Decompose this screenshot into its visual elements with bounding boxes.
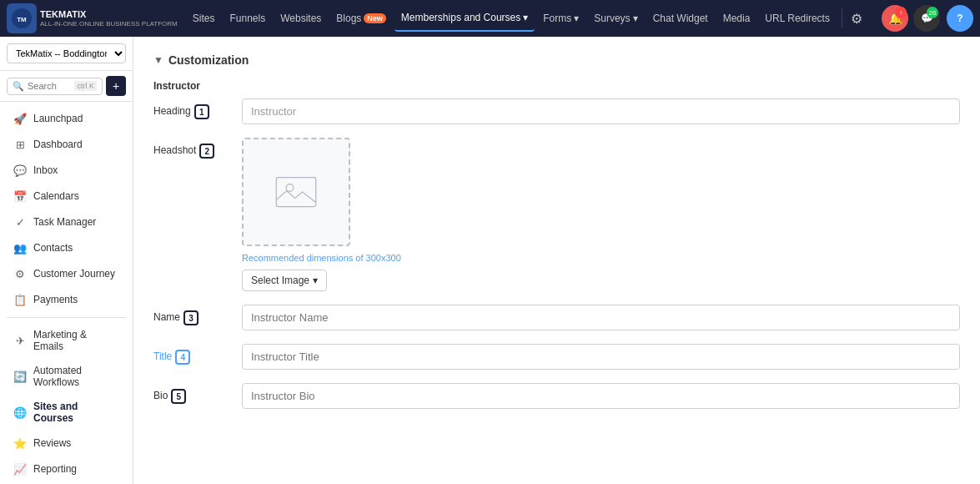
svg-rect-2 bbox=[276, 178, 316, 207]
title-field-row: Title 4 bbox=[153, 344, 960, 370]
sidebar-item-sites-courses[interactable]: 🌐 Sites and Courses bbox=[3, 395, 129, 430]
sidebar: TekMatix -- Boddington.... 🔍 ctrl K + 🚀 … bbox=[0, 37, 133, 484]
nav-media[interactable]: Media bbox=[716, 5, 757, 32]
add-button[interactable]: + bbox=[106, 76, 126, 96]
logo-icon: TM bbox=[7, 3, 37, 33]
nav-funnels[interactable]: Funnels bbox=[223, 5, 272, 32]
heading-field-row: Heading 1 bbox=[153, 98, 960, 124]
notification-bell[interactable]: 🔔 ! bbox=[882, 5, 908, 32]
sidebar-item-reviews[interactable]: ⭐ Reviews bbox=[3, 431, 129, 456]
launchpad-icon: 🚀 bbox=[13, 112, 27, 125]
sidebar-item-label: Calendars bbox=[33, 190, 79, 202]
sidebar-nav: 🚀 Launchpad ⊞ Dashboard 💬 Inbox 📅 Calend… bbox=[0, 102, 133, 484]
step-5-badge: 5 bbox=[171, 389, 186, 404]
section-chevron-icon: ▼ bbox=[153, 54, 163, 66]
user-avatar[interactable]: ? bbox=[947, 5, 973, 32]
logo-text: TEKMATIX bbox=[40, 9, 178, 20]
select-image-button[interactable]: Select Image ▾ bbox=[242, 270, 327, 291]
logo-sub: ALL-IN-ONE ONLINE BUSINESS PLATFORM bbox=[40, 20, 178, 28]
calendars-icon: 📅 bbox=[13, 189, 27, 203]
chat-notification[interactable]: 💬 26 bbox=[913, 5, 940, 32]
sidebar-item-label: Reporting bbox=[33, 463, 77, 475]
sidebar-item-workflows[interactable]: 🔄 Automated Workflows bbox=[3, 359, 129, 394]
image-placeholder[interactable] bbox=[242, 138, 350, 246]
sidebar-item-label: Dashboard bbox=[33, 139, 83, 150]
nav-surveys[interactable]: Surveys ▾ bbox=[587, 5, 644, 32]
account-select[interactable]: TekMatix -- Boddington.... bbox=[7, 43, 126, 63]
journey-icon: ⚙ bbox=[13, 267, 27, 280]
nav-divider bbox=[842, 8, 842, 28]
sidebar-item-dashboard[interactable]: ⊞ Dashboard bbox=[3, 132, 129, 157]
workflows-icon: 🔄 bbox=[13, 370, 27, 383]
headshot-field-row: Headshot 2 Recommended dimensions of 300… bbox=[153, 138, 960, 291]
search-input-wrap: 🔍 ctrl K bbox=[7, 78, 103, 95]
bio-label: Bio 5 bbox=[153, 383, 229, 404]
sidebar-item-inbox[interactable]: 💬 Inbox bbox=[3, 158, 129, 183]
sidebar-separator bbox=[7, 317, 126, 318]
sidebar-item-task-manager[interactable]: ✓ Task Manager bbox=[3, 209, 129, 234]
sidebar-item-label: Task Manager bbox=[33, 216, 96, 228]
name-field-row: Name 3 bbox=[153, 305, 960, 330]
top-nav: TM TEKMATIX ALL-IN-ONE ONLINE BUSINESS P… bbox=[0, 0, 980, 37]
nav-url-redirects[interactable]: URL Redirects bbox=[758, 5, 837, 32]
dropdown-chevron-icon: ▾ bbox=[313, 275, 318, 286]
dashboard-icon: ⊞ bbox=[13, 138, 27, 151]
customization-section-header[interactable]: ▼ Customization bbox=[153, 53, 960, 67]
sidebar-item-customer-journey[interactable]: ⚙ Customer Journey bbox=[3, 261, 129, 286]
step-1-badge: 1 bbox=[194, 104, 209, 119]
sidebar-item-calendars[interactable]: 📅 Calendars bbox=[3, 184, 129, 209]
heading-input[interactable] bbox=[242, 98, 960, 124]
sidebar-item-contacts[interactable]: 👥 Contacts bbox=[3, 235, 129, 260]
nav-memberships[interactable]: Memberships and Courses ▾ bbox=[395, 5, 535, 32]
bio-field-row: Bio 5 bbox=[153, 383, 960, 409]
content-wrapper: TekMatix -- Boddington.... 🔍 ctrl K + 🚀 … bbox=[0, 37, 980, 484]
sidebar-item-label: Reviews bbox=[33, 437, 71, 449]
sidebar-item-label: Automated Workflows bbox=[33, 365, 119, 388]
sidebar-item-reporting[interactable]: 📈 Reporting bbox=[3, 456, 129, 481]
svg-point-3 bbox=[286, 184, 294, 192]
step-3-badge: 3 bbox=[183, 310, 199, 325]
bio-input[interactable] bbox=[242, 383, 960, 409]
sidebar-item-payments[interactable]: 📋 Payments bbox=[3, 287, 129, 312]
sidebar-item-marketing[interactable]: ✈ Marketing & Emails bbox=[3, 323, 129, 358]
sidebar-item-label: Customer Journey bbox=[33, 268, 115, 280]
nav-forms[interactable]: Forms ▾ bbox=[536, 5, 585, 32]
settings-icon[interactable]: ⚙ bbox=[847, 8, 866, 30]
step-4-badge: 4 bbox=[175, 350, 190, 365]
sidebar-item-label: Payments bbox=[33, 294, 78, 305]
inbox-icon: 💬 bbox=[13, 164, 27, 177]
sidebar-item-label: Launchpad bbox=[33, 113, 83, 124]
reviews-icon: ⭐ bbox=[13, 436, 27, 450]
instructor-form: Instructor Heading 1 Headshot 2 bbox=[153, 80, 960, 409]
task-icon: ✓ bbox=[13, 215, 27, 229]
nav-blogs[interactable]: Blogs New bbox=[329, 5, 393, 32]
sidebar-item-launchpad[interactable]: 🚀 Launchpad bbox=[3, 106, 129, 131]
search-kbd: ctrl K bbox=[74, 81, 97, 91]
search-icon: 🔍 bbox=[13, 81, 24, 92]
blogs-new-badge: New bbox=[364, 13, 386, 23]
name-label: Name 3 bbox=[153, 305, 229, 325]
payments-icon: 📋 bbox=[13, 293, 27, 306]
bell-badge: ! bbox=[895, 7, 907, 18]
headshot-field-content: Recommended dimensions of 300x300 Select… bbox=[242, 138, 960, 291]
sites-icon: 🌐 bbox=[13, 406, 27, 419]
heading-label: Heading 1 bbox=[153, 98, 229, 119]
account-selector-area: TekMatix -- Boddington.... bbox=[0, 37, 133, 71]
nav-sites[interactable]: Sites bbox=[186, 5, 222, 32]
nav-chat-widget[interactable]: Chat Widget bbox=[646, 5, 715, 32]
bio-field-content bbox=[242, 383, 960, 409]
title-input[interactable] bbox=[242, 344, 960, 370]
sidebar-item-label: Marketing & Emails bbox=[33, 329, 119, 352]
name-field-content bbox=[242, 305, 960, 330]
main-content: ▼ Customization Instructor Heading 1 Hea… bbox=[133, 37, 980, 484]
step-2-badge: 2 bbox=[199, 144, 214, 159]
reporting-icon: 📈 bbox=[13, 462, 27, 476]
logo-area[interactable]: TM TEKMATIX ALL-IN-ONE ONLINE BUSINESS P… bbox=[7, 3, 178, 33]
sidebar-search-area: 🔍 ctrl K + bbox=[0, 71, 133, 102]
marketing-icon: ✈ bbox=[13, 334, 27, 347]
name-input[interactable] bbox=[242, 305, 960, 330]
search-input[interactable] bbox=[28, 81, 71, 91]
nav-websites[interactable]: Websites bbox=[274, 5, 328, 32]
title-field-content bbox=[242, 344, 960, 370]
title-label: Title 4 bbox=[153, 344, 229, 365]
